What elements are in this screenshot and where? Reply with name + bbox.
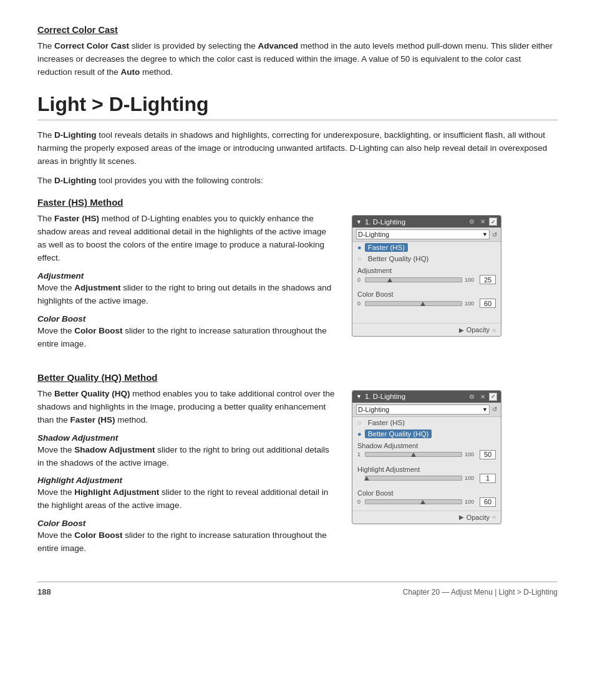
panel2-refresh-icon[interactable]: ↺ <box>492 406 497 413</box>
panel2-slider2-value[interactable]: 1 <box>480 474 496 483</box>
panel2-dropdown[interactable]: D-Lighting ▼ <box>356 405 490 415</box>
panel2-header: ▼ 1. D-Lighting ⚙ ✕ ✓ <box>352 391 501 403</box>
bold-d-lighting-1: D-Lighting <box>54 130 96 140</box>
panel1-opacity-checkbox[interactable]: ○ <box>492 327 496 333</box>
panel1-dropdown-label: D-Lighting <box>358 231 389 238</box>
shadow-adjustment-body: Move the Shadow Adjustment slider to the… <box>37 444 337 470</box>
panel2-check-icon[interactable]: ✓ <box>489 393 497 401</box>
bold-advanced: Advanced <box>258 41 298 50</box>
panel2-slider3-min: 0 <box>357 499 362 505</box>
panel1-radio1-label[interactable]: Faster (HS) <box>365 243 408 252</box>
panel2-header-icons: ⚙ ✕ ✓ <box>468 393 497 401</box>
correct-color-cast-body: The Correct Color Cast slider is provide… <box>37 40 558 79</box>
bold-color-boost-hs: Color Boost <box>74 326 122 335</box>
panel2-opacity-row: ▶ Opacity ○ <box>352 511 501 524</box>
adjustment-body: Move the Adjustment slider to the right … <box>37 282 337 308</box>
better-hq-heading: Better Quality (HQ) Method <box>37 372 558 383</box>
panel1-radio2-dot[interactable]: ○ <box>357 255 362 262</box>
panel2-slider1-max: 100 <box>465 451 477 458</box>
panel2-close-icon[interactable]: ✕ <box>478 393 486 401</box>
color-boost-body-hq: Move the Color Boost slider to the right… <box>37 529 337 555</box>
panel1-slider2-thumb <box>420 302 425 306</box>
panel2-opacity-arrow[interactable]: ▶ <box>459 514 464 520</box>
panel2-radio1-label[interactable]: Faster (HS) <box>365 418 408 427</box>
bold-auto: Auto <box>121 67 140 77</box>
panel2-radio2-dot[interactable]: ● <box>357 430 362 438</box>
panel1-refresh-icon[interactable]: ↺ <box>492 231 497 238</box>
bold-d-lighting-2: D-Lighting <box>54 176 96 185</box>
correct-color-cast-section: Correct Color Cast The Correct Color Cas… <box>37 25 558 79</box>
better-hq-intro: The Better Quality (HQ) method enables y… <box>37 388 337 427</box>
panel2-slider2-label: Highlight Adjustment <box>357 466 496 473</box>
panel1-opacity-arrow[interactable]: ▶ <box>459 327 464 333</box>
panel1-dropdown-row: D-Lighting ▼ ↺ <box>352 228 501 242</box>
panel1-slider1-track[interactable] <box>365 277 462 282</box>
bold-faster-hs-2: Faster (HS) <box>70 415 115 424</box>
faster-hs-section: The Faster (HS) method of D-Lighting ena… <box>37 213 558 357</box>
better-hq-section: The Better Quality (HQ) method enables y… <box>37 388 558 562</box>
footer-page-number: 188 <box>37 587 51 597</box>
footer-chapter: Chapter 20 — Adjust Menu | Light > D-Lig… <box>403 588 558 597</box>
panel1-slider1-section: Adjustment 0 100 25 <box>352 264 501 288</box>
panel2-slider2-row: 100 1 <box>357 474 496 483</box>
panel2-slider3-thumb <box>420 500 425 504</box>
main-heading: Light > D-Lighting <box>37 93 558 120</box>
panel2-slider3-track[interactable] <box>365 499 462 504</box>
panel1-title: ▼ 1. D-Lighting <box>356 218 405 226</box>
bold-correct-color-cast: Correct Color Cast <box>54 41 129 50</box>
color-boost-body-hs: Move the Color Boost slider to the right… <box>37 325 337 351</box>
panel1-gear-icon[interactable]: ⚙ <box>468 218 476 226</box>
faster-hs-heading: Faster (HS) Method <box>37 197 558 208</box>
panel2-slider1-track[interactable] <box>365 452 462 457</box>
panel1-dropdown-arrow: ▼ <box>482 231 488 237</box>
panel2-slider3-section: Color Boost 0 100 60 <box>352 487 501 511</box>
bold-highlight-adjustment: Highlight Adjustment <box>74 487 159 497</box>
panel1-container: ▼ 1. D-Lighting ⚙ ✕ ✓ D-Lighting ▼ ↺ <box>352 213 501 357</box>
panel2-slider2-track[interactable] <box>365 476 462 481</box>
panel2-slider1-min: 1 <box>357 451 362 458</box>
panel2-slider2-thumb <box>364 476 369 481</box>
panel2-slider1-label: Shadow Adjustment <box>357 442 496 449</box>
panel2-slider3-max: 100 <box>465 499 477 505</box>
panel2-slider1-value[interactable]: 50 <box>480 450 496 459</box>
panel1-close-icon[interactable]: ✕ <box>478 218 486 226</box>
panel1-check-icon[interactable]: ✓ <box>489 218 497 226</box>
panel1-header: ▼ 1. D-Lighting ⚙ ✕ ✓ <box>352 216 501 228</box>
panel2-slider1-row: 1 100 50 <box>357 450 496 459</box>
footer: 188 Chapter 20 — Adjust Menu | Light > D… <box>37 582 558 597</box>
panel2-gear-icon[interactable]: ⚙ <box>468 393 476 401</box>
bold-adjustment: Adjustment <box>74 283 120 292</box>
shadow-adjustment-heading: Shadow Adjustment <box>37 433 337 443</box>
panel1-radio2-label[interactable]: Better Quality (HQ) <box>365 254 432 263</box>
panel2-slider3-value[interactable]: 60 <box>480 497 496 507</box>
panel1-slider2-label: Color Boost <box>357 290 496 298</box>
panel1-radio1-dot[interactable]: ● <box>357 244 362 251</box>
panel2-opacity-checkbox[interactable]: ○ <box>492 514 496 520</box>
better-hq-text: The Better Quality (HQ) method enables y… <box>37 388 337 562</box>
correct-color-cast-heading: Correct Color Cast <box>37 25 558 35</box>
faster-hs-intro: The Faster (HS) method of D-Lighting ena… <box>37 213 337 265</box>
panel1-opacity-label: Opacity <box>467 326 490 333</box>
panel2-radio1-row: ○ Faster (HS) <box>352 417 501 428</box>
bold-shadow-adjustment: Shadow Adjustment <box>74 445 155 454</box>
panel2-slider2-max: 100 <box>465 475 477 481</box>
panel1-slider2-value[interactable]: 60 <box>480 299 496 308</box>
panel2-slider1-thumb <box>411 453 416 457</box>
panel1-slider1-thumb <box>387 278 392 282</box>
panel2-title: ▼ 1. D-Lighting <box>356 393 405 400</box>
panel1-slider2-track[interactable] <box>365 301 462 306</box>
panel2-dropdown-label: D-Lighting <box>358 406 389 413</box>
panel1-dropdown[interactable]: D-Lighting ▼ <box>356 229 490 239</box>
panel2-radio2-row: ● Better Quality (HQ) <box>352 428 501 439</box>
dlighting-panel-2: ▼ 1. D-Lighting ⚙ ✕ ✓ D-Lighting ▼ ↺ <box>352 390 501 524</box>
panel1-slider2-max: 100 <box>465 300 477 307</box>
panel2-slider3-label: Color Boost <box>357 489 496 497</box>
panel1-triangle-icon: ▼ <box>356 219 362 225</box>
panel1-slider1-value[interactable]: 25 <box>480 275 496 284</box>
panel2-container: ▼ 1. D-Lighting ⚙ ✕ ✓ D-Lighting ▼ ↺ <box>352 388 501 562</box>
panel2-radio1-dot[interactable]: ○ <box>357 419 362 426</box>
panel2-radio2-label[interactable]: Better Quality (HQ) <box>365 429 432 438</box>
color-boost-heading-hq: Color Boost <box>37 519 337 528</box>
panel1-slider1-min: 0 <box>357 277 362 283</box>
panel2-opacity-label: Opacity <box>467 514 490 521</box>
